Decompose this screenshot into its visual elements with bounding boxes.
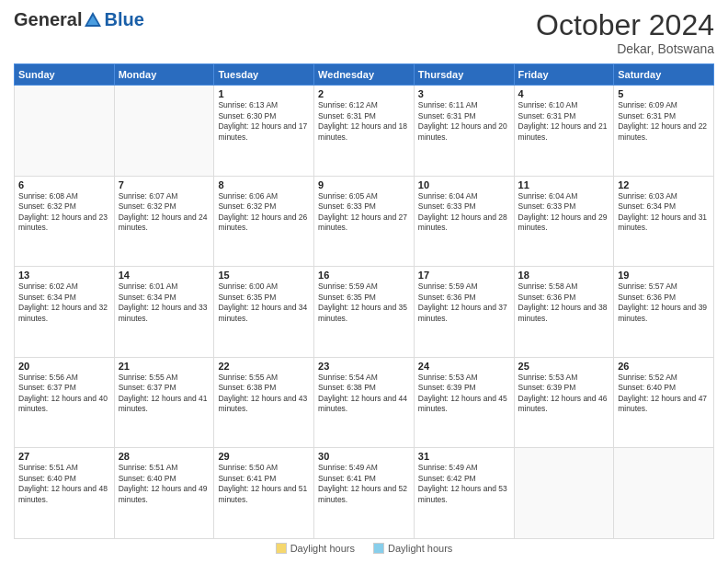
table-cell: 20Sunrise: 5:56 AM Sunset: 6:37 PM Dayli… [15,357,115,448]
day-info: Sunrise: 5:53 AM Sunset: 6:39 PM Dayligh… [418,373,510,415]
legend-label-1: Daylight hours [290,543,355,554]
weekday-tuesday: Tuesday [214,64,314,86]
day-number: 16 [318,270,410,281]
weekday-thursday: Thursday [414,64,514,86]
legend-label-2: Daylight hours [388,543,452,554]
table-cell: 24Sunrise: 5:53 AM Sunset: 6:39 PM Dayli… [414,357,514,448]
day-number: 31 [418,451,510,462]
table-cell: 25Sunrise: 5:53 AM Sunset: 6:39 PM Dayli… [514,357,614,448]
day-number: 27 [18,451,110,462]
day-info: Sunrise: 6:04 AM Sunset: 6:33 PM Dayligh… [418,191,510,234]
weekday-monday: Monday [114,64,214,86]
table-cell: 29Sunrise: 5:50 AM Sunset: 6:41 PM Dayli… [214,448,314,539]
table-cell: 4Sunrise: 6:10 AM Sunset: 6:31 PM Daylig… [514,86,614,177]
day-info: Sunrise: 5:55 AM Sunset: 6:38 PM Dayligh… [218,373,310,415]
legend-box-2 [373,543,384,554]
day-number: 15 [218,270,310,281]
day-number: 26 [618,361,710,372]
table-cell: 7Sunrise: 6:07 AM Sunset: 6:32 PM Daylig… [114,176,214,267]
day-info: Sunrise: 5:51 AM Sunset: 6:40 PM Dayligh… [119,463,210,505]
day-number: 13 [18,270,110,281]
page: General Blue October 2024 Dekar, Botswan… [0,0,728,563]
weekday-wednesday: Wednesday [314,64,415,86]
month-title: October 2024 [536,9,714,41]
day-number: 4 [518,88,610,99]
day-info: Sunrise: 5:51 AM Sunset: 6:40 PM Dayligh… [18,463,110,505]
day-info: Sunrise: 5:54 AM Sunset: 6:38 PM Dayligh… [318,373,410,415]
day-number: 5 [618,88,710,99]
week-row-1: 6Sunrise: 6:08 AM Sunset: 6:32 PM Daylig… [15,176,714,267]
table-cell [15,86,115,177]
table-cell [514,448,614,539]
day-info: Sunrise: 5:52 AM Sunset: 6:40 PM Dayligh… [618,373,710,415]
day-number: 7 [119,179,210,190]
legend-item-1: Daylight hours [276,543,355,554]
day-info: Sunrise: 6:05 AM Sunset: 6:33 PM Dayligh… [318,191,410,234]
table-cell [114,86,214,177]
table-cell: 26Sunrise: 5:52 AM Sunset: 6:40 PM Dayli… [614,357,714,448]
week-row-2: 13Sunrise: 6:02 AM Sunset: 6:34 PM Dayli… [15,267,714,358]
legend-box-1 [276,543,287,554]
day-number: 6 [18,179,110,190]
day-number: 8 [218,179,310,190]
table-cell: 10Sunrise: 6:04 AM Sunset: 6:33 PM Dayli… [414,176,514,267]
day-number: 22 [218,361,310,372]
calendar-body: 1Sunrise: 6:13 AM Sunset: 6:30 PM Daylig… [15,86,714,539]
table-cell: 28Sunrise: 5:51 AM Sunset: 6:40 PM Dayli… [114,448,214,539]
day-number: 3 [418,88,510,99]
day-info: Sunrise: 5:59 AM Sunset: 6:35 PM Dayligh… [318,282,410,324]
logo-blue: Blue [104,9,143,30]
table-cell: 30Sunrise: 5:49 AM Sunset: 6:41 PM Dayli… [314,448,415,539]
day-number: 29 [218,451,310,462]
day-info: Sunrise: 6:10 AM Sunset: 6:31 PM Dayligh… [518,100,610,143]
table-cell: 14Sunrise: 6:01 AM Sunset: 6:34 PM Dayli… [114,267,214,358]
weekday-friday: Friday [514,64,614,86]
day-number: 28 [119,451,210,462]
weekday-saturday: Saturday [614,64,714,86]
day-info: Sunrise: 5:53 AM Sunset: 6:39 PM Dayligh… [518,373,610,415]
table-cell: 3Sunrise: 6:11 AM Sunset: 6:31 PM Daylig… [414,86,514,177]
day-info: Sunrise: 5:58 AM Sunset: 6:36 PM Dayligh… [518,282,610,324]
day-number: 20 [18,361,110,372]
day-info: Sunrise: 6:08 AM Sunset: 6:32 PM Dayligh… [18,191,110,234]
table-cell: 9Sunrise: 6:05 AM Sunset: 6:33 PM Daylig… [314,176,415,267]
table-cell: 1Sunrise: 6:13 AM Sunset: 6:30 PM Daylig… [214,86,314,177]
table-cell: 2Sunrise: 6:12 AM Sunset: 6:31 PM Daylig… [314,86,415,177]
day-info: Sunrise: 5:49 AM Sunset: 6:42 PM Dayligh… [418,463,510,505]
day-number: 30 [318,451,410,462]
day-info: Sunrise: 6:02 AM Sunset: 6:34 PM Dayligh… [18,282,110,324]
footer-bar: Daylight hours Daylight hours [14,543,714,554]
day-info: Sunrise: 6:06 AM Sunset: 6:32 PM Dayligh… [218,191,310,234]
day-info: Sunrise: 6:07 AM Sunset: 6:32 PM Dayligh… [119,191,210,234]
table-cell [614,448,714,539]
day-number: 9 [318,179,410,190]
week-row-3: 20Sunrise: 5:56 AM Sunset: 6:37 PM Dayli… [15,357,714,448]
table-cell: 31Sunrise: 5:49 AM Sunset: 6:42 PM Dayli… [414,448,514,539]
day-number: 1 [218,88,310,99]
day-info: Sunrise: 5:56 AM Sunset: 6:37 PM Dayligh… [18,373,110,415]
location: Dekar, Botswana [536,41,714,56]
day-number: 23 [318,361,410,372]
logo-icon [83,10,103,30]
table-cell: 23Sunrise: 5:54 AM Sunset: 6:38 PM Dayli… [314,357,415,448]
day-number: 25 [518,361,610,372]
day-number: 14 [119,270,210,281]
logo: General Blue [14,9,144,30]
table-cell: 5Sunrise: 6:09 AM Sunset: 6:31 PM Daylig… [614,86,714,177]
logo-text: General [14,9,82,30]
day-info: Sunrise: 6:09 AM Sunset: 6:31 PM Dayligh… [618,100,710,143]
day-info: Sunrise: 5:49 AM Sunset: 6:41 PM Dayligh… [318,463,410,505]
day-info: Sunrise: 6:11 AM Sunset: 6:31 PM Dayligh… [418,100,510,143]
table-cell: 12Sunrise: 6:03 AM Sunset: 6:34 PM Dayli… [614,176,714,267]
day-number: 17 [418,270,510,281]
day-info: Sunrise: 6:01 AM Sunset: 6:34 PM Dayligh… [119,282,210,324]
table-cell: 8Sunrise: 6:06 AM Sunset: 6:32 PM Daylig… [214,176,314,267]
table-cell: 11Sunrise: 6:04 AM Sunset: 6:33 PM Dayli… [514,176,614,267]
day-info: Sunrise: 5:50 AM Sunset: 6:41 PM Dayligh… [218,463,310,505]
table-cell: 13Sunrise: 6:02 AM Sunset: 6:34 PM Dayli… [15,267,115,358]
week-row-4: 27Sunrise: 5:51 AM Sunset: 6:40 PM Dayli… [15,448,714,539]
day-number: 12 [618,179,710,190]
day-info: Sunrise: 6:00 AM Sunset: 6:35 PM Dayligh… [218,282,310,324]
table-cell: 15Sunrise: 6:00 AM Sunset: 6:35 PM Dayli… [214,267,314,358]
calendar-header: SundayMondayTuesdayWednesdayThursdayFrid… [15,64,714,86]
